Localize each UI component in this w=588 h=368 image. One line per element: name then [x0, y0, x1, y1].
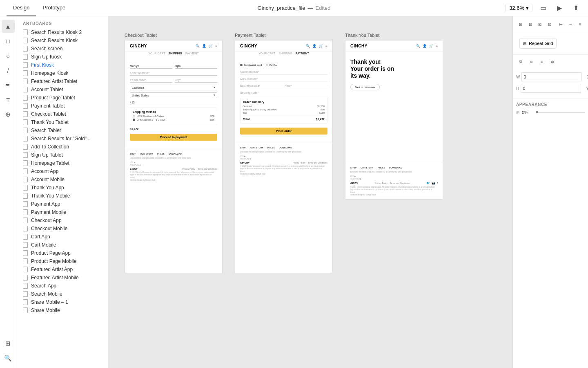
sidebar-item-product-page-tablet[interactable]: Product Page Tablet — [16, 94, 108, 102]
sidebar-item-search-tablet[interactable]: Search Tablet — [16, 126, 108, 135]
footer-privacy[interactable]: Privacy Policy — [183, 168, 195, 170]
sidebar-item-thank-you-mobile[interactable]: Thank You Mobile — [16, 192, 108, 200]
footer-shop[interactable]: SHOP — [130, 153, 136, 155]
sidebar-item-first-kiosk[interactable]: First Kiosk — [16, 61, 108, 69]
select-tool[interactable]: ▲ — [2, 20, 15, 33]
footer-our-story[interactable]: OUR STORY — [250, 146, 263, 149]
footer-terms[interactable]: Terms and Conditions — [198, 168, 217, 170]
sidebar-item-cart-mobile[interactable]: Cart Mobile — [16, 241, 108, 249]
phone-field[interactable]: 415 — [130, 100, 217, 105]
duplicate-icon[interactable]: ⧉ — [516, 57, 525, 66]
expiry-field[interactable]: Expiration date* — [240, 83, 283, 88]
footer-terms[interactable]: Terms and Conditions — [308, 162, 327, 164]
footer-shop[interactable]: SHOP — [350, 166, 356, 169]
sidebar-item-checkout-app[interactable]: Checkout App — [16, 216, 108, 224]
sidebar-item-cart-app[interactable]: Cart App — [16, 233, 108, 241]
instagram-icon[interactable]: 📷 — [432, 182, 435, 185]
artboard-frame-thank-you-tablet[interactable]: GINCHY 🔍 👤 🛒 ≡ Thank you! Your order is … — [345, 40, 443, 200]
menu-icon[interactable]: ≡ — [436, 44, 438, 48]
sidebar-item-search-app[interactable]: Search App — [16, 282, 108, 290]
align-top-icon[interactable]: ⊢ — [557, 20, 566, 29]
sidebar-item-thank-you-tablet[interactable]: Thank You Tablet — [16, 118, 108, 126]
w-input[interactable] — [521, 72, 582, 81]
last-name-field[interactable]: Ojito — [175, 64, 217, 69]
sidebar-item-homepage-tablet[interactable]: Homepage Tablet — [16, 159, 108, 167]
card-number-field[interactable]: Card number* — [240, 76, 327, 81]
sidebar-item-featured-artist-app[interactable]: Featured Artist App — [16, 265, 108, 274]
back-to-homepage-button[interactable]: Back to homepage — [350, 84, 380, 90]
cart-icon[interactable]: 🛒 — [429, 44, 433, 48]
sidebar-item-sign-up-kiosk[interactable]: Sign Up Kiosk — [16, 53, 108, 61]
share-icon[interactable]: ⬆ — [570, 2, 581, 14]
opacity-slider[interactable] — [536, 112, 585, 113]
shipping-option-2[interactable]: UPS Express 2—1-3 days $96 — [133, 119, 214, 121]
twitter-icon[interactable]: 🐦 — [426, 182, 430, 185]
search-icon[interactable]: 🔍 — [196, 44, 200, 48]
align-left-icon[interactable]: ⊞ — [516, 20, 525, 29]
artboard-frame-payment-tablet[interactable]: GINCHY 🔍 👤 🛒 ≡ YOUR CART SHIPPING PAYMEN… — [235, 40, 333, 273]
country-select[interactable]: United States ▾ — [130, 92, 217, 98]
text-tool[interactable]: T — [2, 93, 15, 106]
person-icon[interactable]: 👤 — [423, 44, 427, 48]
person-icon[interactable]: 👤 — [202, 44, 206, 48]
footer-press[interactable]: PRESS — [378, 166, 385, 169]
sidebar-item-payment-mobile[interactable]: Payment Mobile — [16, 208, 108, 216]
footer-terms[interactable]: Terms and Conditions — [390, 182, 410, 184]
footer-press[interactable]: PRESS — [267, 146, 275, 149]
cart-icon[interactable]: 🛒 — [319, 44, 323, 48]
search-icon[interactable]: 🔍 — [416, 44, 420, 48]
menu-icon[interactable]: ≡ — [215, 44, 217, 48]
ellipse-tool[interactable]: ○ — [2, 49, 15, 62]
menu-icon[interactable]: ≡ — [325, 44, 327, 48]
sidebar-item-account-app[interactable]: Account App — [16, 167, 108, 175]
sidebar-item-search-results-gold[interactable]: Search Results for "Gold"... — [16, 135, 108, 143]
postal-field[interactable]: Postal code* — [130, 78, 172, 83]
artboard-frame-checkout-tablet[interactable]: GINCHY 🔍 👤 🛒 ≡ YOUR CART SHIPPING PAYMEN… — [125, 40, 223, 273]
sidebar-item-search-mobile[interactable]: Search Mobile — [16, 290, 108, 298]
footer-our-story[interactable]: OUR STORY — [140, 153, 153, 155]
canvas[interactable]: Checkout Tablet GINCHY 🔍 👤 🛒 ≡ — [108, 16, 512, 368]
device-preview-icon[interactable]: ▭ — [537, 2, 549, 14]
sidebar-item-share-mobile-1[interactable]: Share Mobile – 1 — [16, 298, 108, 306]
cart-icon[interactable]: 🛒 — [209, 44, 213, 48]
footer-our-story[interactable]: OUR STORY — [361, 166, 374, 169]
sidebar-item-search-screen[interactable]: Search screen — [16, 45, 108, 53]
shipping-option-1[interactable]: UPS Standard—1-5 days $76 — [133, 115, 214, 117]
name-on-card-field[interactable]: Name on card* — [240, 70, 327, 74]
line-tool[interactable]: / — [2, 64, 15, 77]
footer-download[interactable]: DOWNLOAD — [279, 146, 292, 149]
zoom-control[interactable]: 32.6% ▾ — [506, 4, 532, 12]
sidebar-item-account-tablet[interactable]: Account Tablet — [16, 85, 108, 94]
sidebar-item-share-mobile[interactable]: Share Mobile — [16, 306, 108, 314]
paypal-option[interactable]: PayPal — [266, 64, 277, 66]
sidebar-item-add-to-collection[interactable]: Add To Collection — [16, 143, 108, 151]
sidebar-item-checkout-mobile[interactable]: Checkout Mobile — [16, 224, 108, 233]
rectangle-tool[interactable]: □ — [2, 34, 15, 47]
sidebar-item-payment-app[interactable]: Payment App — [16, 200, 108, 208]
place-order-button[interactable]: Place order — [240, 128, 327, 135]
sidebar-item-featured-artist-tablet[interactable]: Featured Artist Tablet — [16, 77, 108, 85]
sidebar-item-homepage-kiosk[interactable]: Homepage Kiosk — [16, 69, 108, 77]
footer-press[interactable]: PRESS — [157, 153, 165, 155]
sidebar-item-featured-artist-mobile[interactable]: Featured Artist Mobile — [16, 274, 108, 282]
align-right-edge-icon[interactable]: ⊡ — [545, 20, 554, 29]
sidebar-item-search-results-kiosk[interactable]: Search Results Kiosk — [16, 36, 108, 45]
duplicate-right-icon[interactable]: ⧈ — [527, 57, 536, 66]
credit-card-option[interactable]: Credit/debit card — [240, 64, 262, 66]
h-input[interactable] — [521, 84, 581, 93]
footer-privacy[interactable]: Privacy Policy — [293, 162, 305, 164]
security-field[interactable]: Security code* — [240, 90, 327, 95]
play-icon[interactable]: ▶ — [554, 2, 565, 14]
person-icon[interactable]: 👤 — [312, 44, 316, 48]
sidebar-item-sign-up-tablet[interactable]: Sign Up Tablet — [16, 151, 108, 159]
tab-design[interactable]: Design — [7, 0, 36, 16]
align-bottom-icon[interactable]: ≡ — [576, 20, 585, 29]
sidebar-item-thank-you-app[interactable]: Thank You App — [16, 184, 108, 192]
sidebar-item-payment-tablet[interactable]: Payment Tablet — [16, 102, 108, 110]
footer-privacy[interactable]: Privacy Policy — [375, 182, 388, 184]
search-icon[interactable]: 🔍 — [2, 352, 15, 365]
street-address-field[interactable]: Street address* — [130, 71, 217, 76]
tab-prototype[interactable]: Prototype — [36, 0, 72, 16]
state-select[interactable]: California ▾ — [130, 85, 217, 90]
city-field[interactable]: City* — [175, 78, 217, 83]
